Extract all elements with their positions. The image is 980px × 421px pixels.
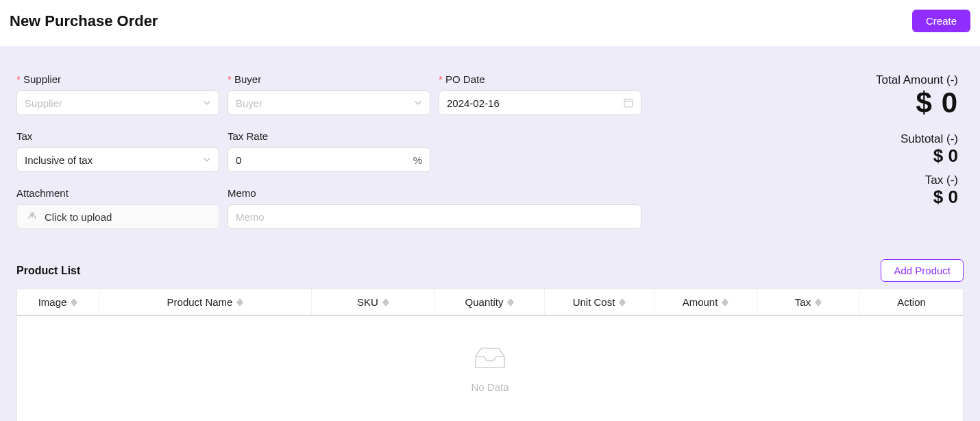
form-left: Supplier Supplier Buyer Buyer PO Date: [16, 73, 641, 244]
col-product-name[interactable]: Product Name: [99, 289, 312, 315]
tax-summary-value: $ 0: [876, 187, 958, 208]
supplier-placeholder: Supplier: [25, 97, 203, 109]
summary-panel: Total Amount (-) $ 0 Subtotal (-) $ 0 Ta…: [876, 73, 964, 244]
sort-icon: [619, 298, 626, 306]
col-sku-label: SKU: [357, 296, 378, 308]
create-button[interactable]: Create: [912, 10, 970, 32]
tax-rate-field: Tax Rate %: [228, 130, 430, 172]
po-date-value: 2024-02-16: [447, 97, 624, 109]
tax-rate-label: Tax Rate: [228, 130, 430, 142]
col-amount-label: Amount: [683, 296, 718, 308]
memo-field: Memo: [228, 187, 641, 229]
buyer-placeholder: Buyer: [236, 97, 414, 109]
chevron-down-icon: [203, 156, 211, 164]
memo-input-wrap: [228, 204, 641, 229]
summary-subtotal: Subtotal (-) $ 0: [876, 132, 958, 167]
memo-label: Memo: [228, 187, 641, 199]
col-cost-label: Unit Cost: [573, 296, 615, 308]
supplier-field: Supplier Supplier: [16, 73, 219, 115]
percent-suffix: %: [413, 154, 422, 166]
upload-button[interactable]: Click to upload: [16, 204, 219, 229]
col-sku[interactable]: SKU: [312, 289, 435, 315]
summary-total: Total Amount (-) $ 0: [876, 73, 958, 119]
col-action-label: Action: [897, 296, 926, 308]
subtotal-value: $ 0: [876, 146, 958, 167]
po-date-input[interactable]: 2024-02-16: [439, 91, 641, 115]
col-tax-label: Tax: [795, 296, 811, 308]
col-amount[interactable]: Amount: [654, 289, 757, 315]
empty-text: No Data: [471, 381, 509, 393]
attachment-field: Attachment Click to upload: [16, 187, 219, 229]
sort-icon: [236, 298, 243, 306]
product-list-title: Product List: [16, 265, 80, 277]
buyer-label: Buyer: [228, 73, 430, 85]
subtotal-label: Subtotal (-): [876, 132, 958, 146]
tax-rate-input-wrap: %: [228, 147, 430, 172]
supplier-label: Supplier: [16, 73, 219, 85]
product-table: Image Product Name SKU: [16, 289, 964, 421]
col-action: Action: [860, 289, 963, 315]
empty-inbox-icon: [471, 344, 509, 372]
product-list-header: Product List Add Product: [16, 259, 964, 282]
sort-icon: [71, 298, 77, 306]
supplier-select[interactable]: Supplier: [16, 91, 219, 115]
page-header: New Purchase Order Create: [0, 0, 980, 46]
attachment-label: Attachment: [16, 187, 219, 199]
po-date-field: PO Date 2024-02-16: [439, 73, 641, 115]
sort-icon: [722, 298, 728, 306]
tax-select[interactable]: Inclusive of tax: [16, 147, 219, 172]
total-amount-label: Total Amount (-): [876, 73, 958, 87]
col-image-label: Image: [38, 296, 67, 308]
po-date-label: PO Date: [439, 73, 641, 85]
add-product-button[interactable]: Add Product: [881, 259, 964, 282]
tax-label: Tax: [16, 130, 219, 142]
sort-icon: [815, 298, 822, 306]
col-image[interactable]: Image: [17, 289, 99, 315]
tax-value: Inclusive of tax: [25, 154, 203, 166]
col-tax[interactable]: Tax: [757, 289, 860, 315]
page-title: New Purchase Order: [10, 12, 158, 30]
buyer-field: Buyer Buyer: [228, 73, 430, 115]
memo-input[interactable]: [236, 205, 633, 228]
table-header-row: Image Product Name SKU: [17, 289, 963, 316]
upload-text: Click to upload: [45, 211, 112, 223]
tax-summary-label: Tax (-): [876, 173, 958, 187]
buyer-select[interactable]: Buyer: [228, 91, 430, 115]
col-quantity[interactable]: Quantity: [435, 289, 545, 315]
chevron-down-icon: [203, 99, 211, 107]
chevron-down-icon: [414, 99, 422, 107]
svg-rect-0: [624, 99, 633, 107]
col-name-label: Product Name: [167, 296, 233, 308]
sort-icon: [382, 298, 389, 306]
table-empty-state: No Data: [17, 316, 963, 421]
upload-icon: [27, 211, 38, 222]
tax-field: Tax Inclusive of tax: [16, 130, 219, 172]
tax-rate-input[interactable]: [236, 148, 409, 171]
col-qty-label: Quantity: [465, 296, 504, 308]
total-amount-value: $ 0: [876, 87, 958, 119]
calendar-icon: [624, 98, 633, 108]
col-unit-cost[interactable]: Unit Cost: [545, 289, 654, 315]
form-area: Supplier Supplier Buyer Buyer PO Date: [0, 46, 980, 421]
summary-tax: Tax (-) $ 0: [876, 173, 958, 208]
sort-icon: [507, 298, 514, 306]
